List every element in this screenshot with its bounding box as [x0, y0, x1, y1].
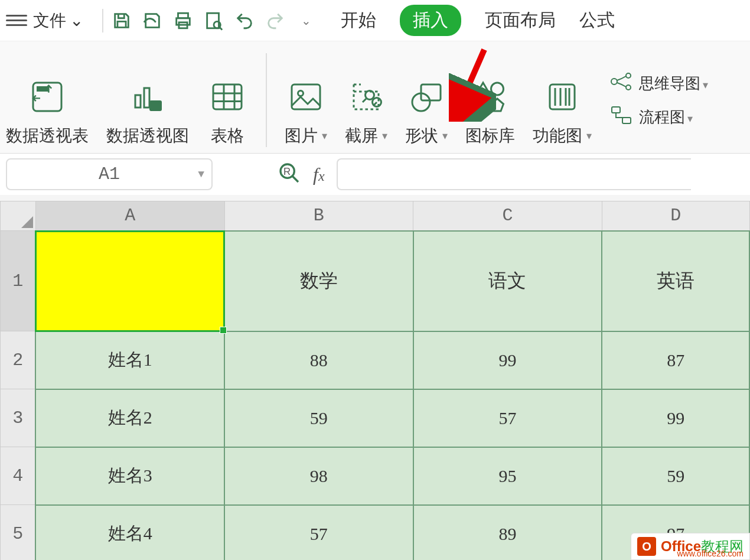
smartart-icon [542, 76, 583, 118]
smartart-label: 功能图 [533, 125, 592, 147]
screenshot-label: 截屏 [345, 125, 387, 147]
picture-label: 图片 [285, 125, 327, 147]
name-box[interactable]: A1 ▼ [6, 158, 213, 190]
zoom-icon[interactable]: R [278, 161, 301, 187]
cell-B4[interactable]: 98 [224, 447, 413, 505]
preview-icon[interactable] [203, 9, 225, 32]
cell-B1[interactable]: 数学 [224, 231, 413, 331]
ribbon-insert: 数据透视表 数据透视图 表格 图片 截屏 形状 图标库 功能图 思维导图 流程图 [0, 41, 750, 154]
mindmap-button[interactable]: 思维导图 [609, 72, 708, 95]
file-label: 文件 [33, 9, 66, 32]
pivot-chart-icon [127, 76, 168, 118]
print-icon[interactable] [172, 9, 194, 32]
svg-text:R: R [283, 166, 291, 177]
picture-button[interactable]: 图片 [285, 53, 327, 147]
svg-rect-18 [477, 99, 489, 110]
cell-C3[interactable]: 57 [413, 389, 602, 447]
menu-icon[interactable] [6, 15, 27, 26]
pivot-chart-label: 数据透视图 [106, 125, 189, 147]
svg-rect-11 [292, 84, 320, 109]
cell-A3[interactable]: 姓名2 [35, 389, 224, 447]
col-header-C[interactable]: C [413, 201, 602, 231]
cell-A1[interactable] [35, 231, 224, 331]
shapes-icon [406, 76, 447, 118]
cell-C4[interactable]: 95 [413, 447, 602, 505]
row-header-1[interactable]: 1 [1, 231, 36, 331]
svg-rect-3 [207, 13, 219, 28]
tab-start[interactable]: 开始 [341, 8, 376, 32]
picture-icon [285, 76, 327, 118]
shapes-label: 形状 [405, 125, 448, 147]
icon-library-icon [469, 76, 511, 118]
svg-point-20 [611, 79, 617, 84]
mindmap-label: 思维导图 [639, 73, 708, 94]
formula-input[interactable] [337, 158, 691, 190]
cell-B3[interactable]: 59 [224, 389, 413, 447]
divider [102, 9, 103, 32]
cell-C2[interactable]: 99 [413, 331, 602, 389]
svg-rect-9 [149, 100, 162, 111]
col-header-B[interactable]: B [224, 201, 413, 231]
cell-B5[interactable]: 57 [224, 505, 413, 561]
table-button[interactable]: 表格 [207, 53, 248, 147]
qat-dropdown-icon[interactable]: ⌄ [295, 9, 317, 32]
cell-C5[interactable]: 89 [413, 505, 602, 561]
shapes-button[interactable]: 形状 [405, 53, 448, 147]
fx-icon[interactable]: fx [313, 164, 325, 185]
row-header-3[interactable]: 3 [1, 389, 36, 447]
col-header-D[interactable]: D [602, 201, 749, 231]
tab-page-layout[interactable]: 页面布局 [485, 8, 556, 32]
cell-D4[interactable]: 59 [602, 447, 749, 505]
mindmap-icon [609, 72, 633, 95]
pivot-table-label: 数据透视表 [6, 125, 89, 147]
redo-icon[interactable] [264, 9, 286, 32]
cell-D3[interactable]: 99 [602, 389, 749, 447]
svg-rect-8 [144, 88, 149, 108]
undo-icon[interactable] [233, 9, 256, 32]
svg-rect-24 [622, 118, 631, 123]
svg-rect-19 [550, 84, 575, 109]
cell-D2[interactable]: 87 [602, 331, 749, 389]
icon-library-button[interactable]: 图标库 [465, 53, 515, 147]
chevron-down-icon: ⌄ [70, 11, 83, 30]
cell-A2[interactable]: 姓名1 [35, 331, 224, 389]
office-logo-icon: O [637, 537, 656, 556]
svg-point-17 [491, 83, 504, 95]
row-header-4[interactable]: 4 [1, 447, 36, 505]
cell-B2[interactable]: 88 [224, 331, 413, 389]
cell-C1[interactable]: 语文 [413, 231, 602, 331]
cell-A5[interactable]: 姓名4 [35, 505, 224, 561]
flowchart-button[interactable]: 流程图 [609, 106, 708, 129]
cell-A4[interactable]: 姓名3 [35, 447, 224, 505]
svg-point-21 [626, 73, 631, 78]
pivot-table-button[interactable]: 数据透视表 [6, 53, 89, 147]
row-header-5[interactable]: 5 [1, 505, 36, 561]
cell-D1[interactable]: 英语 [602, 231, 749, 331]
save-icon[interactable] [110, 9, 133, 32]
flowchart-icon [609, 106, 633, 129]
svg-point-12 [298, 91, 304, 96]
chevron-down-icon[interactable]: ▼ [198, 168, 204, 180]
svg-rect-23 [612, 107, 620, 113]
pivot-chart-button[interactable]: 数据透视图 [106, 53, 189, 147]
tab-insert[interactable]: 插入 [400, 5, 461, 36]
save-as-icon[interactable] [141, 9, 164, 32]
icon-library-label: 图标库 [465, 125, 515, 147]
tab-formula[interactable]: 公式 [579, 8, 615, 32]
col-header-A[interactable]: A [35, 201, 224, 231]
select-all-corner[interactable] [1, 201, 36, 231]
table-label: 表格 [211, 125, 244, 147]
svg-point-22 [626, 85, 631, 90]
watermark-url: www.office26.com [677, 549, 744, 558]
row-header-2[interactable]: 2 [1, 331, 36, 389]
screenshot-button[interactable]: 截屏 [345, 53, 387, 147]
flowchart-label: 流程图 [639, 107, 693, 128]
table-icon [207, 76, 248, 118]
ribbon-tabs: 开始 插入 页面布局 公式 [341, 5, 615, 36]
title-bar: 文件 ⌄ ⌄ 开始 插入 页面布局 公式 [0, 0, 750, 41]
formula-bar-row: A1 ▼ R fx [0, 154, 750, 195]
file-menu[interactable]: 文件 ⌄ [33, 9, 83, 32]
smartart-button[interactable]: 功能图 [533, 53, 592, 147]
svg-rect-10 [213, 84, 242, 109]
name-box-value: A1 [99, 164, 120, 184]
